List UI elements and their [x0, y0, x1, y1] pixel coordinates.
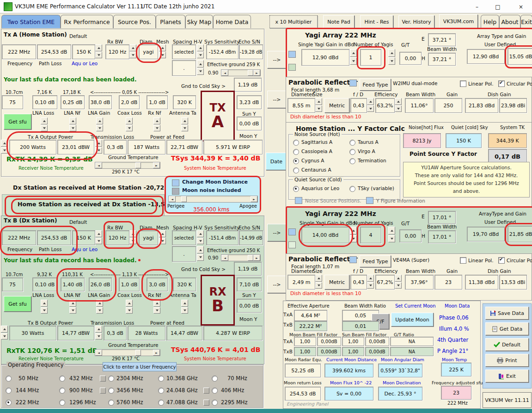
tab-exit[interactable]: Exit: [520, 15, 532, 28]
parab-a-eff-field[interactable]: 63,2%: [375, 98, 395, 113]
txa-rxbw-spinner[interactable]: [129, 44, 136, 58]
update-moon-button[interactable]: Update Moon: [391, 313, 434, 327]
yagi-a-gain-field[interactable]: 12,90 dBd: [301, 49, 349, 66]
radio-cygnus-a[interactable]: [293, 158, 299, 164]
txb-rxbw-spinner[interactable]: [129, 230, 136, 244]
parab-a-feed-type-button[interactable]: Feed Type: [360, 79, 391, 91]
txa-mesh-spinner[interactable]: [159, 44, 166, 58]
transfer-arrow-yagi-a[interactable]: -->: [267, 51, 287, 68]
slider-left-arrow[interactable]: ◄: [169, 196, 176, 202]
slider-right-arrow[interactable]: ►: [153, 350, 160, 356]
txb-ground-temp-slider[interactable]: ◄►: [95, 349, 160, 356]
parab-a-metric-button[interactable]: Metric: [324, 98, 349, 113]
get-data-button[interactable]: Get Data: [485, 322, 529, 335]
txa-spacing2-field[interactable]: .: [172, 60, 196, 76]
parab-b-feed-marker[interactable]: [349, 256, 357, 263]
radio-10368ghz[interactable]: [158, 376, 164, 382]
slider-thumb[interactable]: [181, 196, 187, 202]
save-data-button[interactable]: Save Data: [485, 307, 529, 320]
radio-24048ghz[interactable]: [158, 388, 164, 394]
slider-thumb[interactable]: [248, 255, 253, 261]
txa-default-temp-spinner[interactable]: [95, 44, 102, 58]
txa-lna-nf-spinner[interactable]: [69, 117, 76, 131]
txa-trans-loss-field[interactable]: 0,3 dB: [104, 140, 127, 154]
radio-5760mhz[interactable]: [108, 400, 114, 406]
default-button[interactable]: Default: [485, 338, 529, 351]
user-frequency-button[interactable]: Click to enter a User Frequency: [103, 362, 177, 371]
slider-right-arrow[interactable]: ►: [253, 255, 260, 261]
yagi-b-num-spinner[interactable]: [388, 227, 395, 242]
txb-watts-field[interactable]: 30 Watts: [9, 326, 56, 340]
parab-a-size-spinner[interactable]: [315, 98, 322, 112]
slider-left-arrow[interactable]: ◄: [95, 350, 102, 356]
tab-sky-map[interactable]: Sky Map: [185, 15, 213, 28]
txb-trans-spinner[interactable]: [95, 326, 102, 339]
txa-default-temp-field[interactable]: 150 K: [72, 44, 95, 59]
parab-b-metric-button[interactable]: Metric: [324, 275, 349, 290]
tab-help[interactable]: Help: [481, 15, 499, 28]
radio-taurus-a[interactable]: [349, 140, 355, 146]
parab-a-fd-field[interactable]: 0,43: [350, 98, 367, 113]
txb-spacing2-field[interactable]: .: [172, 246, 196, 262]
slider-left-arrow[interactable]: ◄: [221, 255, 228, 261]
yagi-b-pale-marker[interactable]: [288, 241, 296, 248]
x10-multiplier-button[interactable]: x 10 Multiplier: [269, 15, 318, 28]
exit-button[interactable]: Exit: [485, 370, 529, 382]
radio-2304mhz[interactable]: [108, 376, 114, 382]
parab-b-circular-pol-checkbox[interactable]: [498, 257, 505, 264]
txb-lna-nf-field[interactable]: 1,40 dB: [61, 277, 85, 291]
radio-virgo-a[interactable]: [349, 149, 355, 155]
txa-spacing-field[interactable]: selected: [172, 44, 196, 59]
yagi-a-green-marker[interactable]: [288, 64, 296, 71]
txa-output-spinner[interactable]: [1, 140, 8, 154]
radio-2295mhz[interactable]: [212, 400, 218, 406]
radio-50mhz[interactable]: [6, 376, 12, 382]
parab-b-size-spinner[interactable]: [315, 275, 322, 289]
radio-sagittarius-a[interactable]: [293, 140, 299, 146]
tab-planets[interactable]: Planets: [156, 15, 185, 28]
parab-a-eff-spinner[interactable]: [395, 98, 402, 112]
txa-lna-gain-spinner[interactable]: [96, 117, 103, 131]
txa-antenna-ta-spinner[interactable]: [181, 117, 188, 131]
minimize-button[interactable]: –: [469, 2, 485, 12]
yagi-b-gain-field[interactable]: 14,00 dBd: [301, 227, 349, 243]
change-moon-distance-marker[interactable]: [172, 179, 179, 186]
moon-distance-scrollbar[interactable]: ◄►: [168, 196, 258, 203]
radio-47088ghz[interactable]: [158, 400, 164, 406]
y-figure-info-marker[interactable]: [366, 197, 373, 204]
close-button[interactable]: ×: [513, 2, 529, 12]
txa-get-sfu-button[interactable]: Get sfu: [4, 114, 31, 129]
txb-diam-field[interactable]: yagi: [139, 230, 158, 245]
parab-b-fd-spinner[interactable]: [367, 275, 374, 289]
radio-centaurus-a[interactable]: [293, 167, 299, 173]
txb-get-sfu-button[interactable]: Get sfu: [4, 296, 31, 312]
tab-rx-performance[interactable]: Rx Performance: [61, 15, 113, 28]
radio-222mhz[interactable]: [6, 400, 12, 406]
moon-noise-marker[interactable]: [172, 188, 179, 195]
txa-rx-nf-field[interactable]: 1,0 dB: [147, 95, 168, 109]
parab-a-feed-marker[interactable]: [349, 80, 357, 86]
txb-default-temp-field[interactable]: 150 K: [72, 230, 95, 245]
date-button[interactable]: Date: [266, 153, 287, 170]
radio-aquarius-or-leo[interactable]: [293, 186, 299, 192]
txb-coax-spinner[interactable]: [126, 300, 133, 314]
txb-spacing-field[interactable]: selected: [172, 230, 196, 245]
slider-right-arrow[interactable]: ►: [253, 70, 260, 76]
txa-lna-loss-spinner[interactable]: [41, 117, 48, 131]
txb-mesh-spinner[interactable]: [159, 230, 166, 244]
radio-termination[interactable]: [349, 158, 355, 164]
txa-ground-temp-slider[interactable]: ◄►: [95, 162, 160, 169]
txb-coax-loss-field[interactable]: 1,0 dB: [119, 277, 140, 291]
radio-3456mhz[interactable]: [108, 388, 114, 394]
parab-a-linear-pol-checkbox[interactable]: [460, 80, 466, 87]
txb-antenna-ta-spinner[interactable]: [181, 300, 188, 314]
yagi-a-num-spinner[interactable]: [388, 49, 395, 65]
slider-left-arrow[interactable]: ◄: [95, 162, 102, 168]
txa-coax-spinner[interactable]: [126, 117, 133, 131]
yagi-a-blue-marker[interactable]: [288, 51, 296, 58]
txa-rxbw-field[interactable]: 120 Hz: [105, 44, 129, 59]
parab-a-diameter-field[interactable]: 8,55 m: [287, 98, 315, 113]
parab-a-fd-spinner[interactable]: [367, 98, 374, 112]
parab-b-fd-field[interactable]: 0,43: [350, 275, 367, 290]
txb-lna-loss-spinner[interactable]: [41, 300, 48, 314]
